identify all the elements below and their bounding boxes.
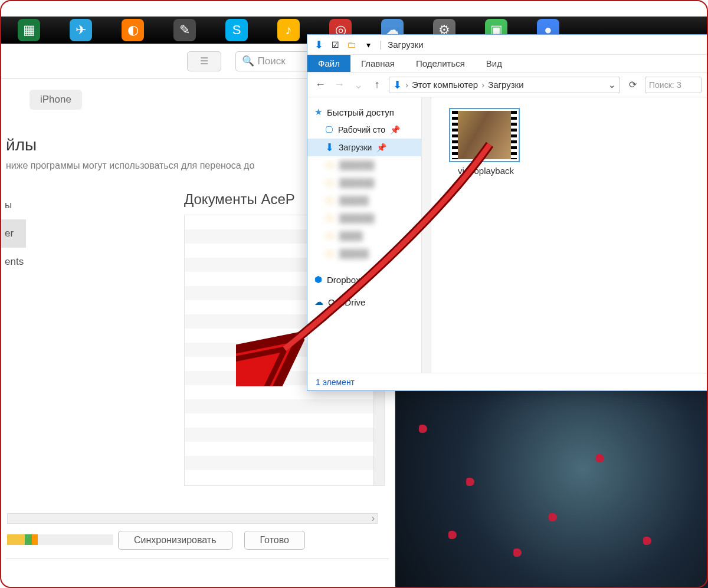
tab-view[interactable]: Вид bbox=[476, 55, 513, 72]
desktop-icon: 🖵 bbox=[325, 125, 333, 134]
pin-icon: 📌 bbox=[376, 143, 386, 152]
status-text: 1 элемент bbox=[316, 377, 355, 387]
video-thumbnail[interactable] bbox=[449, 108, 520, 162]
storage-bar bbox=[7, 534, 113, 545]
chevron-down-icon[interactable]: ⌄ bbox=[608, 80, 616, 90]
nav-item-blurred[interactable]: 🗀████ bbox=[307, 227, 431, 245]
download-icon: ⬇ bbox=[325, 141, 334, 154]
search-icon: 🔍 bbox=[242, 55, 254, 67]
taskbar-app-icon[interactable]: ▦ bbox=[18, 19, 40, 41]
nav-bar: ← → ⌄ ↑ ⬇ › Этот компьютер › Загрузки ⌄ … bbox=[307, 73, 707, 97]
view-list-button[interactable]: ☰ bbox=[187, 51, 221, 71]
sidebar-item[interactable]: ents bbox=[0, 248, 26, 276]
pin-icon: 📌 bbox=[390, 125, 400, 134]
dropbox-icon: ⬢ bbox=[314, 274, 322, 285]
chevron-right-icon: › bbox=[405, 80, 408, 90]
sync-button[interactable]: Синхронизировать bbox=[118, 531, 232, 550]
breadcrumb-segment[interactable]: Загрузки bbox=[488, 80, 523, 90]
status-bar: 1 элемент bbox=[307, 373, 707, 390]
breadcrumb[interactable]: ⬇ › Этот компьютер › Загрузки ⌄ bbox=[389, 77, 620, 93]
titlebar[interactable]: ⬇ ☑ 🗀 ▾ | Загрузки bbox=[307, 35, 707, 55]
device-chip[interactable]: iPhone bbox=[30, 90, 82, 110]
nav-item-blurred[interactable]: 🗀█████ bbox=[307, 192, 431, 209]
search-placeholder: Поиск: З bbox=[649, 80, 681, 90]
download-icon: ⬇ bbox=[393, 78, 402, 91]
nav-back-icon[interactable]: ← bbox=[313, 78, 327, 91]
taskbar-app-icon[interactable]: ♪ bbox=[277, 19, 300, 41]
ribbon-tabs: Файл Главная Поделиться Вид bbox=[307, 55, 707, 73]
file-name: videoplayback bbox=[449, 166, 523, 176]
scrollbar-vertical[interactable] bbox=[421, 97, 431, 373]
nav-item-blurred[interactable]: 🗀██████ bbox=[307, 174, 431, 192]
file-item[interactable]: videoplayback bbox=[449, 108, 523, 176]
taskbar-app-icon[interactable]: S bbox=[225, 19, 248, 41]
save-icon[interactable]: ☑ bbox=[330, 40, 340, 50]
onedrive-icon: ☁ bbox=[314, 297, 323, 307]
qat-dropdown-icon[interactable]: ▾ bbox=[363, 40, 373, 50]
nav-dropbox[interactable]: ⬢ Dropbox bbox=[307, 271, 431, 288]
taskbar-app-icon[interactable]: ✎ bbox=[173, 19, 196, 41]
done-button[interactable]: Готово bbox=[244, 531, 305, 550]
file-list[interactable]: videoplayback bbox=[431, 97, 707, 373]
desktop-wallpaper bbox=[395, 389, 708, 588]
sidebar-item[interactable]: er bbox=[0, 219, 26, 248]
refresh-icon[interactable]: ⟳ bbox=[625, 79, 640, 90]
nav-desktop[interactable]: 🖵 Рабочий сто 📌 bbox=[307, 121, 431, 139]
nav-onedrive[interactable]: ☁ OneDrive bbox=[307, 293, 431, 311]
tab-share[interactable]: Поделиться bbox=[405, 55, 476, 72]
explorer-search-input[interactable]: Поиск: З bbox=[645, 77, 702, 93]
chevron-right-icon: › bbox=[481, 80, 484, 90]
divider bbox=[6, 559, 389, 559]
taskbar-app-icon[interactable]: ✈ bbox=[70, 19, 92, 41]
navigation-pane[interactable]: ★ Быстрый доступ 🖵 Рабочий сто 📌 ⬇ Загру… bbox=[307, 97, 431, 373]
download-icon: ⬇ bbox=[313, 40, 324, 50]
search-placeholder: Поиск bbox=[258, 55, 286, 67]
nav-downloads[interactable]: ⬇ Загрузки 📌 bbox=[307, 139, 431, 156]
file-explorer-window: ⬇ ☑ 🗀 ▾ | Загрузки Файл Главная Поделить… bbox=[307, 34, 708, 391]
star-icon: ★ bbox=[314, 107, 322, 117]
window-title: Загрузки bbox=[388, 40, 423, 50]
nav-item-blurred[interactable]: 🗀██████ bbox=[307, 209, 431, 227]
tab-home[interactable]: Главная bbox=[350, 55, 405, 72]
sidebar-item[interactable]: ы bbox=[0, 191, 26, 219]
scrollbar-horizontal[interactable]: › bbox=[7, 513, 378, 524]
nav-history-icon[interactable]: ⌄ bbox=[351, 78, 365, 91]
nav-item-blurred[interactable]: 🗀██████ bbox=[307, 156, 431, 174]
tab-file[interactable]: Файл bbox=[307, 55, 350, 72]
breadcrumb-segment[interactable]: Этот компьютер bbox=[412, 80, 478, 90]
taskbar-app-icon[interactable]: ◐ bbox=[122, 19, 144, 41]
folder-icon: 🗀 bbox=[346, 40, 357, 50]
nav-item-blurred[interactable]: 🗀█████ bbox=[307, 245, 431, 262]
nav-quick-access[interactable]: ★ Быстрый доступ bbox=[307, 103, 431, 121]
nav-forward-icon[interactable]: → bbox=[332, 78, 346, 91]
nav-up-icon[interactable]: ↑ bbox=[370, 78, 384, 91]
